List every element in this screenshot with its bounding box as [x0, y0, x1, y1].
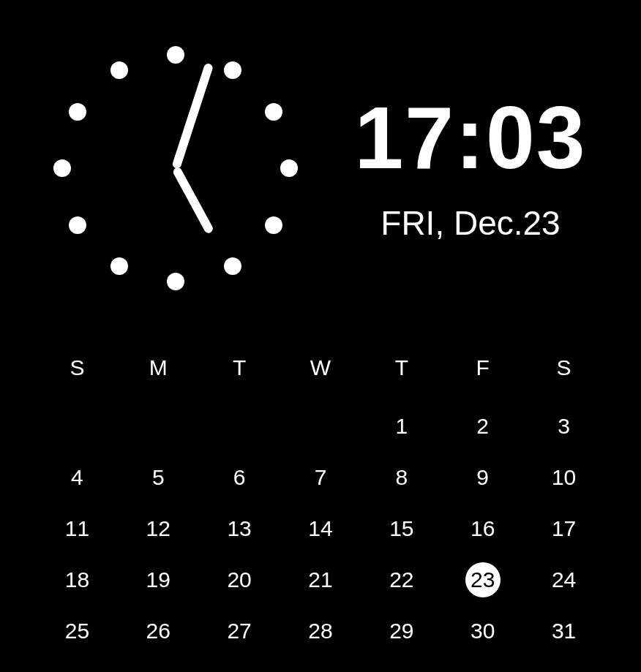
calendar-day-number: 29	[389, 619, 413, 643]
clock-calendar-widget: 17:03 FRI, Dec.23 SMTWTFS 12345678910111…	[0, 0, 641, 672]
calendar-day-cell	[118, 401, 199, 452]
calendar-day-cell: 4	[37, 452, 118, 503]
clock-hour-marker	[224, 257, 241, 275]
calendar-day-cell: 20	[199, 554, 280, 605]
clock-hour-marker	[110, 257, 128, 275]
calendar-day-cell: 2	[442, 401, 523, 452]
calendar-day-cell: 24	[523, 554, 604, 605]
clock-minute-hand	[171, 62, 214, 169]
calendar-day-number: 11	[65, 516, 89, 541]
weekday-label: T	[361, 351, 442, 385]
clock-face	[37, 29, 315, 307]
clock-hour-marker	[69, 103, 86, 121]
calendar-day-cell: 1	[361, 401, 442, 452]
clock-hour-marker	[265, 103, 282, 121]
calendar-day-number: 16	[471, 516, 495, 541]
calendar-day-number: 15	[389, 516, 413, 541]
clock-hour-hand	[172, 166, 214, 235]
calendar-day-number: 2	[476, 414, 489, 439]
calendar-day-cell	[199, 401, 280, 452]
calendar-day-cell: 23	[442, 554, 523, 605]
calendar-week-row: 18192021222324	[37, 554, 604, 605]
calendar-day-cell: 11	[37, 503, 118, 554]
clock-hour-marker	[265, 216, 282, 234]
calendar-day-cell	[37, 401, 118, 452]
calendar-day-cell: 12	[118, 503, 199, 554]
calendar-day-cell: 31	[523, 605, 604, 657]
calendar-day-cell: 14	[280, 503, 361, 554]
clock-hour-marker	[167, 273, 184, 290]
calendar-day-number: 12	[146, 516, 170, 541]
calendar-day-number: 14	[308, 516, 332, 541]
calendar-day-today: 23	[465, 562, 501, 597]
weekday-label: F	[442, 351, 523, 385]
calendar-day-cell: 8	[361, 452, 442, 503]
calendar-day-number: 5	[152, 465, 165, 490]
calendar-day-number: 6	[233, 465, 246, 490]
calendar-day-number: 3	[558, 414, 570, 439]
weekday-label: S	[37, 351, 118, 385]
calendar-day-cell: 21	[280, 554, 361, 605]
weekday-label: S	[523, 351, 604, 385]
clock-hour-marker	[224, 61, 241, 79]
calendar-day-number: 17	[552, 516, 576, 541]
weekday-label: T	[199, 351, 280, 385]
weekday-label: M	[118, 351, 199, 385]
calendar-day-cell: 13	[199, 503, 280, 554]
calendar-day-cell	[280, 401, 361, 452]
calendar-day-cell: 25	[37, 605, 118, 657]
calendar-week-row: 25262728293031	[37, 605, 604, 657]
clock-hour-marker	[69, 216, 86, 234]
calendar-day-cell: 3	[523, 401, 604, 452]
calendar-day-cell: 7	[280, 452, 361, 503]
calendar-day-number: 22	[389, 567, 413, 592]
calendar-week-row: 45678910	[37, 452, 604, 503]
calendar-day-number: 31	[552, 619, 576, 643]
calendar-day-number: 28	[308, 619, 332, 643]
calendar-day-cell: 10	[523, 452, 604, 503]
calendar-day-cell: 18	[37, 554, 118, 605]
calendar-day-cell: 17	[523, 503, 604, 554]
calendar-day-number: 24	[552, 567, 576, 592]
calendar-week-row: 123	[37, 401, 604, 452]
calendar-day-number: 8	[396, 465, 408, 490]
calendar-day-cell: 28	[280, 605, 361, 657]
calendar-day-cell: 9	[442, 452, 523, 503]
calendar-day-number: 18	[65, 567, 89, 592]
calendar-day-number: 4	[71, 465, 83, 490]
digital-time: 17:03	[337, 94, 604, 181]
top-row: 17:03 FRI, Dec.23	[37, 15, 604, 322]
calendar-week-row: 11121314151617	[37, 503, 604, 554]
digital-time-block: 17:03 FRI, Dec.23	[315, 94, 604, 243]
calendar-day-number: 10	[552, 465, 576, 490]
calendar-day-number: 19	[146, 567, 170, 592]
month-calendar: SMTWTFS 12345678910111213141516171819202…	[37, 351, 604, 657]
calendar-day-number: 30	[471, 619, 495, 643]
calendar-day-cell: 29	[361, 605, 442, 657]
calendar-day-number: 26	[146, 619, 170, 643]
calendar-day-number: 25	[65, 619, 89, 643]
calendar-day-cell: 16	[442, 503, 523, 554]
weekday-label: W	[280, 351, 361, 385]
clock-hour-marker	[167, 46, 184, 64]
calendar-day-number: 21	[308, 567, 332, 592]
clock-hour-marker	[53, 159, 71, 177]
calendar-day-cell: 15	[361, 503, 442, 554]
date-line: FRI, Dec.23	[337, 203, 604, 243]
clock-hour-marker	[110, 61, 128, 79]
calendar-day-number: 27	[227, 619, 251, 643]
calendar-day-cell: 30	[442, 605, 523, 657]
calendar-body: 1234567891011121314151617181920212223242…	[37, 401, 604, 657]
calendar-day-cell: 6	[199, 452, 280, 503]
calendar-day-cell: 22	[361, 554, 442, 605]
calendar-day-number: 13	[227, 516, 251, 541]
calendar-day-cell: 19	[118, 554, 199, 605]
calendar-header-row: SMTWTFS	[37, 351, 604, 385]
clock-hour-marker	[280, 159, 298, 177]
calendar-day-cell: 5	[118, 452, 199, 503]
calendar-day-number: 20	[227, 567, 251, 592]
calendar-day-number: 1	[396, 414, 408, 439]
analog-clock	[37, 29, 315, 307]
calendar-day-cell: 27	[199, 605, 280, 657]
calendar-day-number: 9	[476, 465, 489, 490]
